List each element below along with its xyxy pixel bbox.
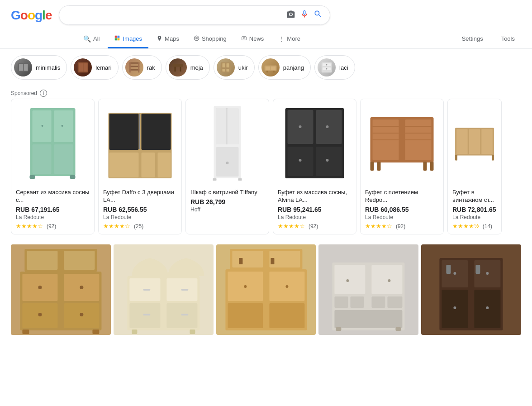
svg-rect-31 <box>271 67 276 70</box>
svg-rect-88 <box>469 129 480 154</box>
product-price-0: RUB 67,191.65 <box>16 206 90 213</box>
svg-rect-135 <box>388 296 403 308</box>
svg-rect-146 <box>446 265 451 274</box>
svg-rect-89 <box>481 129 493 154</box>
nav-all[interactable]: 🔍 All <box>77 31 106 48</box>
svg-rect-136 <box>335 310 403 328</box>
img-result-1[interactable] <box>114 244 214 335</box>
svg-point-149 <box>486 272 489 275</box>
svg-rect-41 <box>54 110 73 142</box>
svg-point-6 <box>195 36 199 40</box>
svg-rect-25 <box>222 63 225 67</box>
category-pill-lemari[interactable]: lemari <box>71 55 118 80</box>
product-price-3: RUB 95,241.65 <box>278 206 352 213</box>
svg-rect-32 <box>266 71 268 73</box>
svg-rect-3 <box>118 36 120 38</box>
svg-rect-42 <box>33 144 52 174</box>
product-card-2[interactable]: Шкаф с витриной Tiffany RUB 26,799 Hoff <box>185 99 269 234</box>
svg-rect-70 <box>326 125 329 128</box>
img-result-4[interactable] <box>421 244 521 335</box>
svg-rect-91 <box>492 155 494 160</box>
product-stars-0: ★★★★☆ <box>16 223 43 229</box>
nav-settings[interactable]: Settings <box>456 31 489 48</box>
product-card-4[interactable]: Буфет с плетением Redpo... RUB 60,086.55… <box>360 99 444 234</box>
img-result-0[interactable] <box>11 244 111 335</box>
svg-rect-114 <box>181 314 188 315</box>
svg-rect-15 <box>84 63 88 72</box>
img-result-2[interactable] <box>216 244 316 335</box>
svg-rect-111 <box>143 289 150 291</box>
svg-point-138 <box>388 279 391 282</box>
category-pill-laci[interactable]: laci <box>314 55 355 80</box>
product-title-4: Буфет с плетением Redpo... <box>365 189 439 204</box>
product-card-1[interactable]: Буфет Daffo с 3 дверцами LA... RUB 62,55… <box>98 99 182 234</box>
img-result-3[interactable] <box>318 244 418 335</box>
product-store-2: Hoff <box>190 206 264 213</box>
camera-search-button[interactable] <box>286 10 295 21</box>
news-icon <box>241 35 247 43</box>
product-card-3[interactable]: Буфет из массива сосны, Alvina LA... RUB… <box>273 99 356 234</box>
voice-search-button[interactable] <box>300 10 309 21</box>
nav-images[interactable]: Images <box>108 30 148 48</box>
svg-rect-112 <box>181 289 188 291</box>
svg-rect-4 <box>115 38 117 41</box>
nav-shopping[interactable]: Shopping <box>187 31 233 48</box>
svg-rect-57 <box>216 108 227 144</box>
svg-rect-121 <box>269 303 304 328</box>
svg-rect-120 <box>228 303 263 328</box>
svg-rect-123 <box>232 251 263 267</box>
svg-rect-44 <box>42 125 43 127</box>
nav-maps[interactable]: Maps <box>150 31 185 48</box>
nav-bar: 🔍 All Images Maps Shopping News ⋮ More S… <box>0 29 532 49</box>
product-store-4: La Redoute <box>365 214 439 220</box>
sponsored-bar: Sponsored i <box>0 86 532 99</box>
search-button[interactable] <box>314 10 323 21</box>
svg-rect-139 <box>336 327 342 331</box>
svg-rect-110 <box>166 303 197 328</box>
svg-rect-19 <box>129 62 130 73</box>
svg-rect-22 <box>174 67 176 72</box>
svg-point-36 <box>326 64 328 66</box>
svg-rect-83 <box>377 162 381 171</box>
svg-rect-27 <box>222 69 225 72</box>
product-title-5: Буфет в винтажном ст... <box>452 189 497 204</box>
product-price-5: RUB 72,801.65 <box>452 206 497 213</box>
svg-rect-113 <box>143 314 150 315</box>
svg-rect-69 <box>299 125 302 128</box>
nav-tools[interactable]: Tools <box>495 31 521 48</box>
svg-rect-99 <box>64 251 95 270</box>
svg-point-137 <box>347 279 349 282</box>
google-logo[interactable]: Google <box>11 8 52 23</box>
svg-rect-33 <box>273 71 275 73</box>
product-card-0[interactable]: Сервант из массива сосны с... RUB 67,191… <box>11 99 95 234</box>
svg-rect-18 <box>129 69 139 71</box>
sponsored-info-icon[interactable]: i <box>40 90 47 97</box>
svg-rect-30 <box>266 67 271 70</box>
nav-news[interactable]: News <box>235 31 271 48</box>
svg-rect-53 <box>158 153 171 177</box>
product-card-5[interactable]: Буфет в винтажном ст... RUB 72,801.65 La… <box>447 99 502 234</box>
category-pill-panjang[interactable]: panjang <box>258 55 311 80</box>
search-input[interactable]: буфет <box>66 11 282 19</box>
product-store-5: La Redoute <box>452 214 497 220</box>
svg-point-100 <box>38 286 42 289</box>
category-row: minimalis lemari rak meja ukir panjang <box>0 49 532 86</box>
category-pill-minimalis[interactable]: minimalis <box>11 55 67 80</box>
product-grid: Сервант из массива сосны с... RUB 67,191… <box>0 99 532 234</box>
svg-rect-84 <box>423 162 427 171</box>
all-icon: 🔍 <box>83 35 91 43</box>
svg-rect-71 <box>299 159 302 162</box>
product-stars-1: ★★★★☆ <box>103 223 130 229</box>
product-title-0: Сервант из массива сосны с... <box>16 189 90 204</box>
nav-more[interactable]: ⋮ More <box>272 31 307 48</box>
svg-rect-87 <box>456 129 468 154</box>
image-results-row <box>0 239 532 340</box>
svg-rect-12 <box>24 64 28 71</box>
svg-point-101 <box>80 286 83 289</box>
category-pill-rak[interactable]: rak <box>122 55 162 80</box>
svg-rect-133 <box>351 296 364 308</box>
category-pill-ukir[interactable]: ukir <box>214 55 255 80</box>
category-pill-meja[interactable]: meja <box>166 55 210 80</box>
product-store-3: La Redoute <box>278 214 352 220</box>
product-price-2: RUB 26,799 <box>190 198 264 205</box>
